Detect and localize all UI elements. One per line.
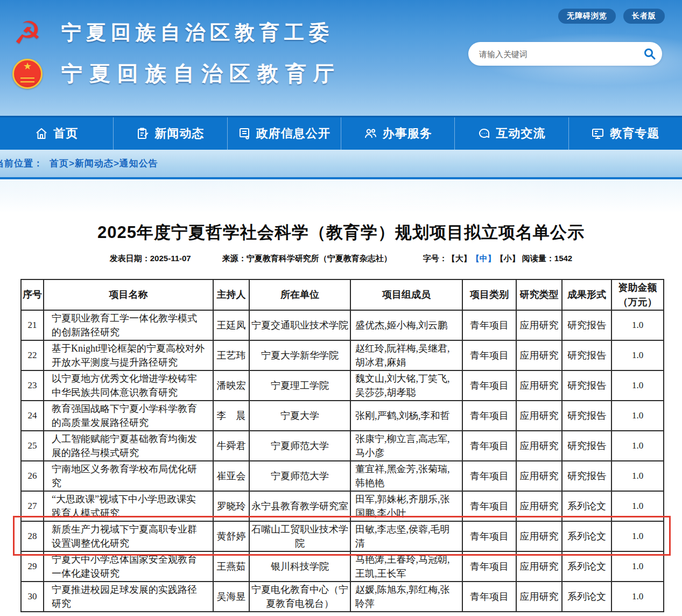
cell-result-form: 系列论文 xyxy=(562,521,611,551)
cell-funding: 1.0 xyxy=(611,431,664,461)
cell-category: 青年项目 xyxy=(462,551,516,582)
table-row: 22 基于Knight理论框架的宁夏高校对外开放水平测度与提升路径研究 王艺玮 … xyxy=(21,340,664,370)
font-size-small-button[interactable]: 【小】 xyxy=(496,254,520,263)
org-name-education-department: 宁夏回族自治区教育厅 xyxy=(61,59,341,88)
cell-title: 人工智能赋能宁夏基础教育均衡发展的路径与模式研究 xyxy=(44,431,213,461)
main-navigation: 首页 新闻动态 政府信息公开 办事服务 xyxy=(0,116,682,150)
projects-table: 序号 项目名称 主持人 所在单位 项目组成员 项目类别 研究类型 成果形式 资助… xyxy=(20,279,664,612)
top-utility-buttons: 无障碍浏览 长者版 xyxy=(558,9,665,24)
breadcrumb-label: 当前位置： xyxy=(0,157,43,170)
cell-seq: 23 xyxy=(21,370,44,401)
cell-category: 青年项目 xyxy=(462,582,516,612)
nav-item-education-topics[interactable]: 教育专题 xyxy=(568,117,682,150)
cell-org: 银川科技学院 xyxy=(249,551,350,582)
cell-leader: 吴海昱 xyxy=(213,582,249,612)
nav-item-gov-info[interactable]: 政府信息公开 xyxy=(227,117,341,150)
search-input[interactable] xyxy=(468,50,637,59)
cell-result-form: 系列论文 xyxy=(562,551,611,582)
cell-members: 赵媛,陈旭东,郭红梅,张聆萍 xyxy=(350,582,462,612)
cell-category: 青年项目 xyxy=(462,491,516,521)
table-row: 25 人工智能赋能宁夏基础教育均衡发展的路径与模式研究 牛舜君 宁夏师范大学 张… xyxy=(21,431,664,461)
cell-org: 石嘴山工贸职业技术学院 xyxy=(249,521,350,551)
cell-org: 宁夏理工学院 xyxy=(249,370,350,401)
table-row: 23 以宁夏地方优秀文化增进学校铸牢中华民族共同体意识教育研究 潘映宏 宁夏理工… xyxy=(21,370,664,401)
col-header-funding: 资助金额 （万元） xyxy=(611,279,664,310)
cell-members: 赵红玲,阮祥梅,吴继君,胡冰君,麻娟 xyxy=(350,340,462,370)
breadcrumb-strip: 当前位置： 首页>新闻动态>通知公告 xyxy=(0,150,682,179)
accessibility-button[interactable]: 无障碍浏览 xyxy=(558,9,616,24)
page-title: 2025年度宁夏哲学社会科学（教育学）规划项目拟立项名单公示 xyxy=(0,221,682,244)
cell-research-type: 应用研究 xyxy=(516,401,562,431)
cell-result-form: 研究报告 xyxy=(562,401,611,431)
cell-org: 宁夏师范大学 xyxy=(249,461,350,491)
table-row-highlighted: 28 新质生产力视域下宁夏高职专业群设置调整优化研究 黄舒婷 石嘴山工贸职业技术… xyxy=(21,521,664,551)
nav-item-home[interactable]: 首页 xyxy=(0,117,113,150)
cell-seq: 24 xyxy=(21,401,44,431)
font-size-medium-button[interactable]: 【中】 xyxy=(472,254,496,263)
nav-item-services[interactable]: 办事服务 xyxy=(341,117,454,150)
cell-category: 青年项目 xyxy=(462,310,516,340)
cell-research-type: 应用研究 xyxy=(516,340,562,370)
national-emblem-icon: ★ xyxy=(12,59,43,89)
cell-title: 宁夏推进校园足球发展的实践路径研究 xyxy=(44,582,213,612)
cell-research-type: 应用研究 xyxy=(516,310,562,340)
cell-members: 魏文山,刘大铭,丁笑飞,吴莎莎,胡孝聪 xyxy=(350,370,462,401)
cell-funding: 1.0 xyxy=(611,310,664,340)
cell-members: 盛优杰,姬小梅,刘云鹏 xyxy=(350,310,462,340)
cell-leader: 王燕茹 xyxy=(213,551,249,582)
elder-version-button[interactable]: 长者版 xyxy=(623,9,665,24)
cell-members: 田敏,李志坚,侯蓉,毛明清 xyxy=(350,521,462,551)
cell-research-type: 应用研究 xyxy=(516,582,562,612)
site-brand: ☭ 宁夏回族自治区教育工委 ★ 宁夏回族自治区教育厅 xyxy=(11,16,341,98)
cell-org: 宁夏师范大学 xyxy=(249,431,350,461)
breadcrumb-path[interactable]: 首页>新闻动态>通知公告 xyxy=(50,157,158,170)
cell-research-type: 应用研究 xyxy=(516,461,562,491)
font-size-large-button[interactable]: 【大】 xyxy=(447,254,472,263)
cell-leader: 黄舒婷 xyxy=(213,521,249,551)
cell-org: 宁夏大学新华学院 xyxy=(249,340,350,370)
cell-org: 宁夏大学 xyxy=(249,401,350,431)
cell-leader: 潘映宏 xyxy=(213,370,249,401)
cell-funding: 1.0 xyxy=(611,340,664,370)
col-header-organization: 所在单位 xyxy=(249,279,350,310)
cell-seq: 27 xyxy=(21,491,44,521)
table-row: 21 宁夏职业教育工学一体化教学模式的创新路径研究 王廷凤 宁夏交通职业技术学院… xyxy=(21,310,664,340)
cell-seq: 28 xyxy=(21,521,44,551)
nav-item-news[interactable]: 新闻动态 xyxy=(113,117,227,150)
info-disclosure-icon xyxy=(238,127,251,140)
read-count: 阅读量：1542 xyxy=(522,254,572,263)
cell-category: 青年项目 xyxy=(462,340,516,370)
cell-leader: 崔亚会 xyxy=(213,461,249,491)
party-emblem-icon: ☭ xyxy=(11,16,44,50)
cell-members: 张康宁,柳立言,高志军,马小彦 xyxy=(350,431,462,461)
search-button[interactable] xyxy=(637,42,662,66)
cell-seq: 25 xyxy=(21,431,44,461)
col-header-category: 项目类别 xyxy=(462,279,516,310)
table-header-row: 序号 项目名称 主持人 所在单位 项目组成员 项目类别 研究类型 成果形式 资助… xyxy=(21,279,664,310)
col-header-leader: 主持人 xyxy=(213,279,249,310)
nav-label: 政府信息公开 xyxy=(256,125,331,142)
cell-seq: 29 xyxy=(21,551,44,582)
cell-members: 田军,郭姝彬,齐朋乐,张国鹏,李小叶 xyxy=(350,491,462,521)
table-row: 24 教育强国战略下宁夏小学科学教育的高质量发展路径研究 李 晨 宁夏大学 张刚… xyxy=(21,401,664,431)
cell-leader: 罗晓玲 xyxy=(213,491,249,521)
org-name-education-work-committee: 宁夏回族自治区教育工委 xyxy=(61,19,334,46)
news-icon xyxy=(136,127,149,140)
home-icon xyxy=(35,127,48,140)
cell-funding: 1.0 xyxy=(611,582,664,612)
cell-title: 基于Knight理论框架的宁夏高校对外开放水平测度与提升路径研究 xyxy=(44,340,213,370)
cell-org: 宁夏电化教育中心（宁夏教育电视台） xyxy=(249,582,350,612)
nav-label: 办事服务 xyxy=(383,125,432,142)
cell-result-form: 研究报告 xyxy=(562,431,611,461)
cell-research-type: 应用研究 xyxy=(516,491,562,521)
col-header-seq: 序号 xyxy=(21,279,44,310)
cell-category: 青年项目 xyxy=(462,431,516,461)
cell-members: 马艳涛,王春玲,马冠朝,王凯,王长军 xyxy=(350,551,462,582)
nav-label: 互动交流 xyxy=(496,125,545,142)
font-size-and-reads: 字号：【大】【中】【小】 阅读量：1542 xyxy=(423,254,573,264)
nav-item-interaction[interactable]: 互动交流 xyxy=(454,117,568,150)
cell-seq: 26 xyxy=(21,461,44,491)
header-sky-banner: 无障碍浏览 长者版 ☭ 宁夏回族自治区教育工委 ★ 宁夏回族自治区教育厅 首页 xyxy=(0,0,682,213)
col-header-research-type: 研究类型 xyxy=(516,279,562,310)
cell-funding: 1.0 xyxy=(611,401,664,431)
